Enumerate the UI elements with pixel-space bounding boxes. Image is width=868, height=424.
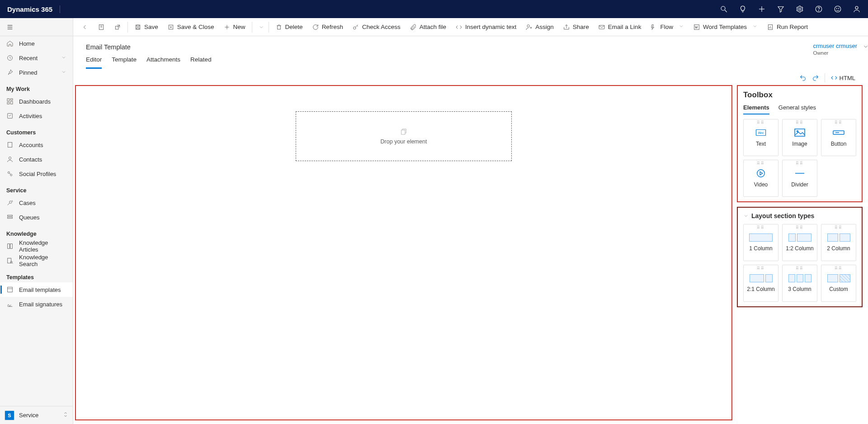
back-button[interactable] [77, 18, 93, 36]
drag-handle-icon: ⠿⠿ [832, 268, 845, 271]
sidebar-item-knowledge-search[interactable]: Knowledge Search [0, 253, 73, 268]
book-icon [6, 243, 14, 250]
gear-icon[interactable] [796, 5, 804, 13]
assign-button[interactable]: Assign [521, 18, 558, 36]
home-icon [6, 40, 14, 47]
delete-button[interactable]: Delete [271, 18, 307, 36]
sidebar-item-label: Cases [19, 200, 36, 206]
svg-rect-68 [795, 129, 805, 136]
layout-21column-tile[interactable]: ⠿⠿ 2:1 Column [743, 265, 778, 302]
open-record-set-button[interactable] [93, 18, 109, 36]
element-divider-tile[interactable]: ⠿⠿ Divider [782, 160, 817, 197]
refresh-icon [312, 24, 319, 31]
filter-icon[interactable] [777, 5, 785, 13]
mail-icon [598, 24, 605, 31]
svg-rect-17 [10, 99, 13, 100]
sidebar-item-label: Accounts [19, 142, 43, 148]
word-templates-button[interactable]: Word Templates [689, 18, 762, 36]
svg-rect-59 [599, 25, 604, 29]
svg-line-55 [357, 25, 358, 26]
record-title: Email Template [86, 43, 855, 51]
sidebar-item-email-signatures[interactable]: Email signatures [0, 297, 73, 311]
svg-rect-19 [7, 102, 9, 104]
svg-rect-21 [8, 143, 12, 148]
element-button-tile[interactable]: ⠿⠿ Button [821, 119, 856, 156]
svg-point-8 [835, 6, 841, 12]
area-picker[interactable]: S Service [0, 406, 73, 424]
sidebar-item-recent[interactable]: Recent [0, 51, 73, 65]
sidebar-section-service: Service [0, 184, 73, 195]
svg-rect-35 [8, 287, 13, 292]
new-button[interactable]: New [219, 18, 250, 36]
back-icon [81, 24, 89, 31]
svg-point-7 [819, 10, 819, 11]
email-link-button[interactable]: Email a Link [594, 18, 646, 36]
element-video-tile[interactable]: ⠿⠿ Video [743, 160, 778, 197]
area-label: Service [19, 412, 38, 419]
layout-1column-tile[interactable]: ⠿⠿ 1 Column [743, 224, 778, 261]
sidebar-item-label: Activities [19, 113, 42, 119]
search-icon[interactable] [720, 5, 728, 13]
bulb-icon[interactable] [739, 5, 747, 13]
insert-dynamic-text-button[interactable]: Insert dynamic text [451, 18, 521, 36]
layout-preview-icon [788, 233, 811, 242]
sidebar-item-cases[interactable]: Cases [0, 195, 73, 210]
design-canvas[interactable]: Drop your element [75, 85, 732, 420]
layout-custom-tile[interactable]: ⠿⠿ Custom [821, 265, 856, 302]
header-expand-button[interactable] [863, 43, 868, 51]
account-icon[interactable] [853, 5, 861, 13]
sidebar-item-pinned[interactable]: Pinned [0, 65, 73, 80]
element-text-tile[interactable]: ⠿⠿ Abc Text [743, 119, 778, 156]
run-report-button[interactable]: Run Report [762, 18, 812, 36]
sidebar-item-activities[interactable]: Activities [0, 109, 73, 123]
toolbox-tab-styles[interactable]: General styles [778, 104, 816, 114]
tab-editor[interactable]: Editor [86, 56, 102, 69]
tile-label: 1:2 Column [786, 245, 813, 252]
flow-button[interactable]: Flow [646, 18, 689, 36]
sidebar-item-accounts[interactable]: Accounts [0, 138, 73, 152]
save-close-button[interactable]: Save & Close [163, 18, 219, 36]
undo-button[interactable] [799, 74, 807, 81]
sidebar-item-label: Contacts [19, 156, 42, 163]
layout-12column-tile[interactable]: ⠿⠿ 1:2 Column [782, 224, 817, 261]
toolbox-tabs: Elements General styles [743, 104, 856, 114]
chevron-down-icon [743, 213, 749, 219]
layout-3column-tile[interactable]: ⠿⠿ 3 Column [782, 265, 817, 302]
toolbox-title: Toolbox [743, 91, 856, 100]
form-tabs: Editor Template Attachments Related [73, 51, 868, 69]
sidebar-item-queues[interactable]: Queues [0, 210, 73, 224]
tab-related[interactable]: Related [190, 56, 212, 69]
sidebar-item-dashboards[interactable]: Dashboards [0, 94, 73, 109]
html-view-button[interactable]: HTML [830, 74, 855, 81]
sidebar-item-home[interactable]: Home [0, 36, 73, 51]
toolbox-tab-elements[interactable]: Elements [743, 104, 769, 114]
save-button[interactable]: Save [130, 18, 163, 36]
drop-zone[interactable]: Drop your element [296, 111, 512, 161]
refresh-button[interactable]: Refresh [307, 18, 348, 36]
tab-attachments[interactable]: Attachments [146, 56, 180, 69]
share-button[interactable]: Share [558, 18, 594, 36]
sidebar-item-email-templates[interactable]: Email templates [0, 282, 73, 297]
help-icon[interactable] [815, 5, 823, 13]
owner-link[interactable]: crmuser crmuser [813, 43, 857, 49]
svg-point-11 [855, 6, 858, 9]
layout-section-header[interactable]: Layout section types [743, 212, 856, 219]
element-image-tile[interactable]: ⠿⠿ Image [782, 119, 817, 156]
check-access-button[interactable]: Check Access [348, 18, 405, 36]
svg-rect-51 [277, 25, 280, 29]
code-icon [455, 24, 462, 31]
tab-template[interactable]: Template [112, 56, 137, 69]
sidebar-item-knowledge-articles[interactable]: Knowledge Articles [0, 239, 73, 253]
plus-icon [223, 24, 231, 31]
attach-file-button[interactable]: Attach file [405, 18, 451, 36]
hamburger-button[interactable] [0, 18, 73, 36]
sidebar-item-contacts[interactable]: Contacts [0, 152, 73, 167]
popout-button[interactable] [109, 18, 126, 36]
layout-2column-tile[interactable]: ⠿⠿ 2 Column [821, 224, 856, 261]
redo-button[interactable] [812, 74, 819, 81]
new-split-button[interactable] [254, 18, 269, 36]
emoji-icon[interactable] [834, 5, 842, 13]
plus-icon[interactable] [758, 5, 766, 13]
sidebar-item-social[interactable]: Social Profiles [0, 167, 73, 181]
sidebar-item-label: Knowledge Search [19, 254, 66, 267]
